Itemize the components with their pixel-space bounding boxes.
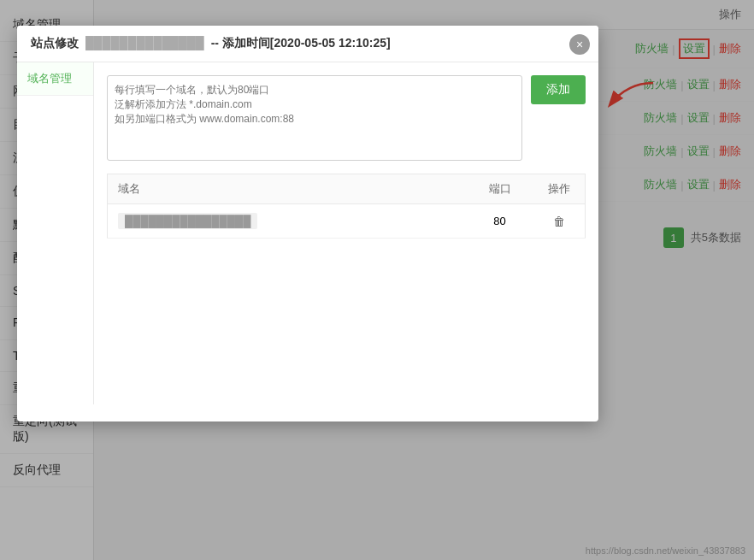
modal-tab-domain[interactable]: 域名管理 xyxy=(17,62,93,96)
domain-cell: ████████████████ xyxy=(108,204,466,239)
modal-close-button[interactable]: × xyxy=(569,34,590,55)
domain-textarea[interactable] xyxy=(107,75,522,161)
modal-title-domain: ██████████████ xyxy=(85,36,204,50)
modal-title-prefix: 站点修改 xyxy=(31,36,79,50)
add-domain-button[interactable]: 添加 xyxy=(531,75,586,104)
delete-row-icon[interactable]: 🗑 xyxy=(553,215,565,228)
modal-sidebar: 域名管理 xyxy=(17,62,94,404)
domain-table: 域名 端口 操作 ████████████████ 80 xyxy=(107,174,586,239)
port-value: 80 xyxy=(493,215,505,227)
table-header-row: 域名 端口 操作 xyxy=(108,174,586,204)
modal-dialog: 站点修改 ██████████████ -- 添加时间[2020-05-05 1… xyxy=(17,26,598,421)
op-cell: 🗑 xyxy=(534,204,586,239)
modal-title-time: -- 添加时间[2020-05-05 12:10:25] xyxy=(211,36,391,50)
modal-overlay: 站点修改 ██████████████ -- 添加时间[2020-05-05 1… xyxy=(0,0,754,560)
modal-main-content: 添加 域名 端口 操作 ███████████████ xyxy=(94,62,598,404)
port-cell: 80 xyxy=(466,204,534,239)
modal-header: 站点修改 ██████████████ -- 添加时间[2020-05-05 1… xyxy=(17,26,598,62)
modal-title: 站点修改 ██████████████ -- 添加时间[2020-05-05 1… xyxy=(31,36,391,51)
modal-body: 域名管理 添加 域名 端口 操作 xyxy=(17,62,598,404)
col-op: 操作 xyxy=(534,174,586,204)
textarea-section: 添加 xyxy=(107,75,586,161)
table-row: ████████████████ 80 🗑 xyxy=(108,204,586,239)
col-port: 端口 xyxy=(466,174,534,204)
domain-value: ████████████████ xyxy=(118,213,257,229)
col-domain: 域名 xyxy=(108,174,466,204)
modal-title-container: 站点修改 ██████████████ -- 添加时间[2020-05-05 1… xyxy=(31,36,391,51)
